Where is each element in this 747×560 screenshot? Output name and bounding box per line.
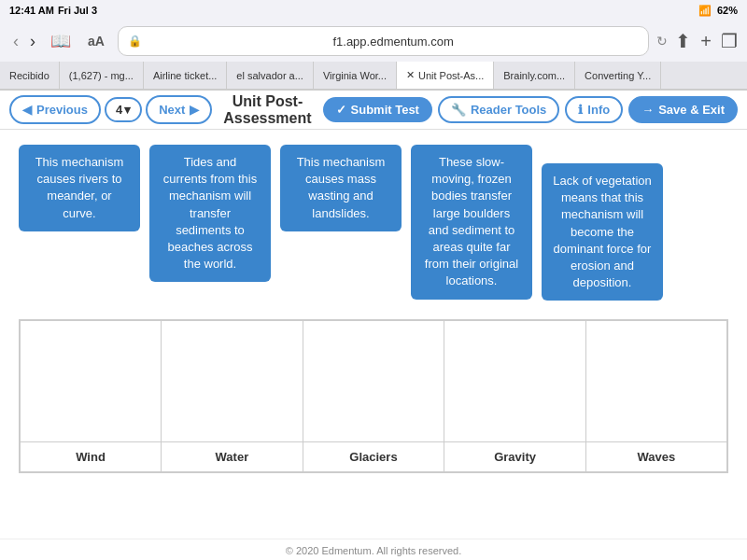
tile-2[interactable]: This mechanism causes mass wasting and l… bbox=[280, 145, 402, 231]
submit-test-button[interactable]: ✓ Submit Test bbox=[323, 97, 432, 122]
col-waves: Waves bbox=[585, 441, 727, 472]
next-icon: ▶ bbox=[190, 103, 199, 117]
wifi-icon: 📶 bbox=[698, 5, 712, 17]
tab-el-salvador[interactable]: el salvador a... bbox=[227, 62, 314, 89]
reader-tools-button[interactable]: 🔧 Reader Tools bbox=[438, 96, 559, 123]
footer: © 2020 Edmentum. All rights reserved. bbox=[0, 539, 747, 560]
battery-display: 62% bbox=[717, 5, 738, 16]
tab-recibido[interactable]: Recibido bbox=[0, 62, 60, 89]
browser-actions: ⬆ + ❐ bbox=[675, 30, 738, 52]
share-button[interactable]: ⬆ bbox=[675, 30, 691, 52]
col-glaciers: Glaciers bbox=[303, 441, 444, 472]
url-display: f1.app.edmentum.com bbox=[148, 35, 639, 49]
tile-4[interactable]: Lack of vegetation means that this mecha… bbox=[542, 163, 663, 301]
tab-airline[interactable]: Airline ticket... bbox=[144, 62, 227, 89]
tab-converting[interactable]: Converting Y... bbox=[575, 62, 661, 89]
wrench-icon: 🔧 bbox=[451, 103, 466, 117]
save-exit-button[interactable]: → Save & Exit bbox=[628, 96, 738, 123]
drop-cell-wind[interactable] bbox=[20, 320, 162, 441]
toolbar-right: ✓ Submit Test 🔧 Reader Tools ℹ Info → Sa… bbox=[323, 96, 738, 123]
main-content: This mechanism causes rivers to meander,… bbox=[0, 130, 747, 539]
drop-cell-water[interactable] bbox=[162, 320, 303, 441]
previous-button[interactable]: ◀ Previous bbox=[9, 95, 101, 124]
reload-button[interactable]: ↻ bbox=[656, 34, 668, 49]
tiles-area: This mechanism causes rivers to meander,… bbox=[19, 145, 728, 301]
previous-icon: ◀ bbox=[22, 103, 32, 117]
tabs-button[interactable]: ❐ bbox=[721, 30, 738, 52]
drop-cell-gravity[interactable] bbox=[444, 320, 586, 441]
tile-3[interactable]: These slow-moving, frozen bodies transfe… bbox=[411, 145, 532, 300]
tab-mg[interactable]: (1,627) - mg... bbox=[60, 62, 144, 89]
tab-brainly[interactable]: Brainly.com... bbox=[494, 62, 575, 89]
page-title: Unit Post-Assessment bbox=[216, 93, 318, 127]
browser-chrome: ‹ › 📖 aA 🔒 f1.app.edmentum.com ↻ ⬆ + ❐ R… bbox=[0, 21, 747, 91]
info-button[interactable]: ℹ Info bbox=[565, 96, 623, 123]
time-display: 12:41 AM bbox=[9, 5, 54, 16]
lock-icon: 🔒 bbox=[128, 35, 142, 48]
status-bar: 12:41 AM Fri Jul 3 📶 62% bbox=[0, 0, 747, 21]
checkmark-icon: ✓ bbox=[336, 103, 346, 117]
tab-virginia[interactable]: Virginia Wor... bbox=[314, 62, 397, 89]
tab-unit-post[interactable]: ✕ Unit Post-As... bbox=[397, 62, 494, 89]
tile-0[interactable]: This mechanism causes rivers to meander,… bbox=[19, 145, 140, 231]
nav-arrows: ‹ › bbox=[9, 32, 39, 51]
back-button[interactable]: ‹ bbox=[9, 32, 22, 51]
col-wind: Wind bbox=[20, 441, 162, 472]
drop-cell-glaciers[interactable] bbox=[303, 320, 444, 441]
drop-row bbox=[20, 320, 727, 441]
drop-table: Wind Water Glaciers Gravity Waves bbox=[19, 319, 728, 473]
tile-1[interactable]: Tides and currents from this mechanism w… bbox=[149, 145, 271, 282]
new-tab-button[interactable]: + bbox=[700, 31, 712, 52]
drop-cell-waves[interactable] bbox=[585, 320, 727, 441]
copyright-text: © 2020 Edmentum. All rights reserved. bbox=[286, 545, 461, 556]
column-headers-row: Wind Water Glaciers Gravity Waves bbox=[20, 441, 727, 472]
save-icon: → bbox=[641, 103, 654, 117]
forward-button[interactable]: › bbox=[26, 32, 39, 51]
text-size-button[interactable]: aA bbox=[82, 34, 110, 49]
app-toolbar: ◀ Previous 4 ▾ Next ▶ Unit Post-Assessme… bbox=[0, 91, 747, 130]
browser-nav: ‹ › 📖 aA 🔒 f1.app.edmentum.com ↻ ⬆ + ❐ bbox=[0, 21, 747, 62]
date-display: Fri Jul 3 bbox=[58, 5, 97, 16]
col-gravity: Gravity bbox=[444, 441, 586, 472]
address-bar[interactable]: 🔒 f1.app.edmentum.com bbox=[118, 26, 649, 56]
next-button[interactable]: Next ▶ bbox=[146, 95, 212, 124]
reader-mode-icon: 📖 bbox=[50, 31, 71, 51]
browser-tabs: Recibido (1,627) - mg... Airline ticket.… bbox=[0, 62, 747, 90]
col-water: Water bbox=[162, 441, 303, 472]
question-indicator[interactable]: 4 ▾ bbox=[105, 97, 142, 122]
info-icon: ℹ bbox=[578, 103, 583, 117]
